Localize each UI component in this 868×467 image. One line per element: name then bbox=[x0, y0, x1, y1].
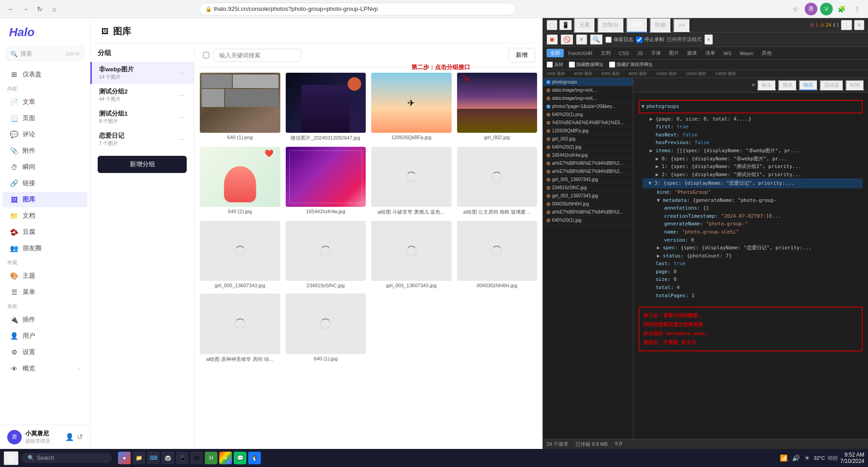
filter-all[interactable]: 全部 bbox=[547, 49, 564, 57]
expand-status-inner[interactable]: ▶ bbox=[657, 253, 660, 259]
filter-wasm[interactable]: Wasm bbox=[736, 49, 757, 57]
devtools-tab-more[interactable]: >> bbox=[673, 19, 690, 32]
photo-card-11[interactable]: girl_003_13607343.jpg bbox=[371, 221, 452, 288]
sidebar-item-users[interactable]: 👤 用户 bbox=[3, 328, 87, 344]
group-item-test2[interactable]: 测试分组2 44 个图片 ⋯ bbox=[90, 84, 194, 106]
photo-card-6[interactable]: 165441hzK4w.jpg bbox=[286, 147, 366, 215]
sidebar-item-overview[interactable]: 👁 概览 › bbox=[3, 361, 87, 376]
response-tab-response[interactable]: 响应 bbox=[799, 80, 818, 90]
expand-item1[interactable]: ▶ bbox=[656, 163, 659, 169]
devtools-close-btn[interactable]: ✕ bbox=[854, 20, 864, 30]
response-tab-timing[interactable]: 时间 bbox=[845, 80, 864, 90]
taskbar-app-3[interactable]: 🐼 bbox=[161, 452, 174, 464]
response-tab-initiator[interactable]: 启动器 bbox=[820, 80, 844, 90]
response-tab-preview[interactable]: 预览 bbox=[778, 80, 797, 90]
group-more-webp[interactable]: ⋯ bbox=[176, 68, 187, 78]
invert-checkbox[interactable] bbox=[547, 61, 553, 68]
network-item-wechat[interactable]: %E5%BE%AE%E4%BF%A1%E5... bbox=[543, 119, 633, 127]
add-group-button[interactable]: 新增分组 bbox=[98, 156, 187, 173]
network-item-165441[interactable]: 165441hzK4w.jpg bbox=[543, 151, 633, 159]
taskbar-app-chrome2[interactable]: ✦ bbox=[219, 452, 232, 464]
network-item-ai2[interactable]: ai%E7%BB%98%E7%94%BB%2... bbox=[543, 168, 633, 176]
new-photo-button[interactable]: 新增 bbox=[508, 48, 535, 62]
devtools-tab-performance[interactable]: 性能 bbox=[650, 18, 671, 33]
taskbar-search[interactable]: 🔍 Search bbox=[21, 453, 112, 463]
search-input[interactable] bbox=[213, 49, 301, 62]
sidebar-item-friends[interactable]: 👥 朋友圈 bbox=[3, 241, 87, 256]
group-more-test1[interactable]: ⋯ bbox=[176, 112, 187, 122]
filter-other[interactable]: 其他 bbox=[758, 49, 775, 57]
network-item-photos[interactable]: photos?page=1&size=20&key... bbox=[543, 103, 633, 111]
network-item-svg2[interactable]: data:image/svg+xml,... bbox=[543, 94, 633, 103]
sidebar-item-attachments[interactable]: 📎 附件 bbox=[3, 143, 87, 159]
network-item-girl002[interactable]: girl_002.jpg bbox=[543, 135, 633, 143]
filter-css[interactable]: CSS bbox=[615, 49, 633, 57]
photo-card-3[interactable]: ✈ 120926QkBFp.jpg bbox=[371, 73, 452, 141]
taskbar-app-wechat[interactable]: 💬 bbox=[234, 452, 246, 464]
photo-card-1[interactable]: 640 (1).png bbox=[200, 73, 280, 141]
sidebar-item-plugins[interactable]: 🔌 插件 bbox=[3, 312, 87, 327]
filter-fetch[interactable]: Fetch/XHR bbox=[565, 49, 596, 57]
search-bar[interactable]: 🔍 搜索 Ctrl+K bbox=[5, 47, 85, 61]
sidebar-item-comments[interactable]: 💬 评论 bbox=[3, 127, 87, 142]
photo-card-7[interactable]: ai绘图 斗破苍穹 萧燃儿 蓝色… bbox=[371, 147, 452, 215]
profile-avatar2[interactable]: V bbox=[820, 3, 833, 15]
taskbar-network-icon[interactable]: 📶 bbox=[779, 453, 788, 462]
group-more-love[interactable]: ⋯ bbox=[176, 134, 187, 145]
photo-card-2[interactable]: 微信图片_20240312092647.jpg bbox=[286, 73, 366, 141]
photo-card-9[interactable]: girl_005_13607343.jpg bbox=[200, 221, 280, 288]
taskbar-app-term[interactable]: ⌨ bbox=[147, 452, 160, 464]
back-button[interactable]: ← bbox=[5, 3, 17, 15]
sidebar-item-links[interactable]: 🔗 链接 bbox=[3, 176, 87, 191]
devtools-device-btn[interactable]: 📱 bbox=[559, 20, 572, 30]
start-button[interactable]: ⊞ bbox=[4, 451, 19, 465]
stop-recording-checkbox[interactable] bbox=[636, 37, 642, 43]
extensions-button[interactable]: 🧩 bbox=[835, 3, 848, 15]
home-button[interactable]: ⌂ bbox=[48, 3, 61, 15]
profile-icon[interactable]: 👤 bbox=[65, 433, 74, 441]
sidebar-item-pages[interactable]: 📃 页面 bbox=[3, 111, 87, 126]
filter-js[interactable]: JS bbox=[633, 49, 646, 57]
devtools-settings-btn[interactable]: ⋮ bbox=[841, 20, 852, 30]
filter-toggle-btn[interactable]: ▼ bbox=[576, 34, 587, 45]
stop-recording-btn[interactable]: ⏺ bbox=[547, 34, 558, 45]
more-button[interactable]: ⋮ bbox=[851, 3, 863, 15]
network-item-png1[interactable]: 640%20(1).png bbox=[543, 111, 633, 119]
photo-card-13[interactable]: ai绘图 原神神里绫华 房间 动… bbox=[200, 294, 280, 362]
photo-card-5[interactable]: ❤️ 640 (2).jpg bbox=[200, 147, 280, 215]
refresh-button[interactable]: ↻ bbox=[33, 3, 46, 15]
sidebar-item-articles[interactable]: 📄 文章 bbox=[3, 94, 87, 110]
sidebar-item-gallery[interactable]: 🖼 图库 第一步：点击图库 ↗ bbox=[3, 192, 87, 207]
devtools-tab-console[interactable]: 控制台 bbox=[597, 18, 624, 33]
photo-card-14[interactable]: 640 (1).jpg bbox=[286, 294, 366, 362]
filter-manifest[interactable]: 清单 bbox=[702, 49, 719, 57]
sidebar-item-themes[interactable]: 🎨 主题 bbox=[3, 268, 87, 284]
filter-font[interactable]: 字体 bbox=[647, 49, 665, 57]
taskbar-app-4[interactable]: 📱 bbox=[176, 452, 189, 464]
expand-root[interactable]: ▼ bbox=[642, 103, 645, 111]
network-item-640-2[interactable]: 640%20(2).jpg bbox=[543, 143, 633, 151]
photo-card-4[interactable]: girl_002.jpg bbox=[457, 73, 538, 141]
taskbar-app-qq[interactable]: 🐧 bbox=[248, 452, 261, 464]
sidebar-item-moments[interactable]: ⏱ 瞬间 bbox=[3, 159, 87, 175]
response-tab-headers[interactable]: 标头 bbox=[757, 80, 776, 90]
expand-items[interactable]: ▶ bbox=[650, 148, 653, 154]
sidebar-item-docs[interactable]: 📁 文档 bbox=[3, 208, 87, 224]
response-close[interactable]: ✕ bbox=[751, 82, 755, 88]
taskbar-app-browser[interactable]: ● bbox=[118, 452, 131, 464]
taskbar-app-6[interactable]: H bbox=[205, 452, 217, 464]
photo-card-10[interactable]: 234819zSfhC.jpg bbox=[286, 221, 366, 288]
search-network-btn[interactable]: 🔍 bbox=[590, 34, 603, 45]
filter-ws[interactable]: WS bbox=[720, 49, 735, 57]
taskbar-sound-icon[interactable]: 🔊 bbox=[791, 453, 801, 462]
network-item-girl003[interactable]: girl_003_13607343.jpg bbox=[543, 192, 633, 200]
network-item-svg1[interactable]: data:image/svg+xml,... bbox=[543, 86, 633, 94]
address-bar[interactable]: 🔒 thalo.925i.cn/console/photos?photo-gro… bbox=[199, 3, 516, 15]
filter-img[interactable]: 图片 bbox=[665, 49, 683, 57]
taskbar-app-5[interactable]: W bbox=[190, 452, 203, 464]
network-item-girl005[interactable]: girl_005_13607343.jpg bbox=[543, 176, 633, 184]
throttle-dropdown[interactable]: ▾ bbox=[704, 34, 713, 45]
clear-btn[interactable]: 🚫 bbox=[561, 34, 573, 45]
expand-item2[interactable]: ▶ bbox=[656, 172, 659, 177]
network-item-photogroups[interactable]: photogroups bbox=[543, 78, 633, 86]
